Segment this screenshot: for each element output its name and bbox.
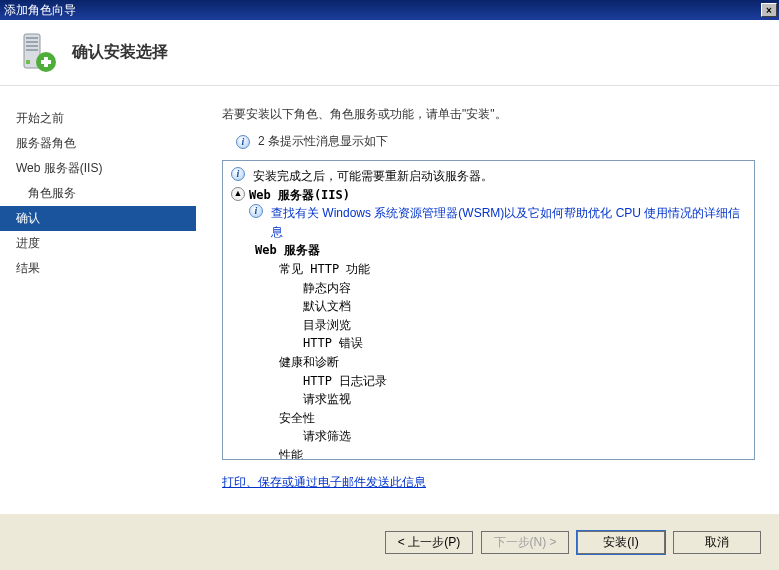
- nav-item-1[interactable]: 服务器角色: [0, 131, 196, 156]
- hint-text: 2 条提示性消息显示如下: [258, 133, 388, 150]
- previous-button[interactable]: < 上一步(P): [385, 531, 473, 554]
- close-button[interactable]: ×: [761, 3, 777, 17]
- wizard-footer: < 上一步(P) 下一步(N) > 安装(I) 取消: [0, 513, 779, 570]
- feature-item: 静态内容: [231, 279, 746, 298]
- next-button: 下一步(N) >: [481, 531, 569, 554]
- feature-item: 目录浏览: [231, 316, 746, 335]
- titlebar: 添加角色向导 ×: [0, 0, 779, 20]
- section-title: 安全性: [231, 409, 746, 428]
- nav-item-5[interactable]: 进度: [0, 231, 196, 256]
- info-icon: i: [236, 135, 250, 149]
- wizard-nav: 开始之前服务器角色Web 服务器(IIS)角色服务确认进度结果: [0, 86, 196, 513]
- svg-rect-4: [26, 49, 38, 51]
- section-title: 性能: [231, 446, 746, 460]
- hint-row: i 2 条提示性消息显示如下: [222, 133, 755, 150]
- nav-item-2[interactable]: Web 服务器(IIS): [0, 156, 196, 181]
- svg-rect-5: [26, 60, 30, 64]
- content-area: 若要安装以下角色、角色服务或功能，请单击"安装"。 i 2 条提示性消息显示如下…: [196, 86, 779, 513]
- install-button[interactable]: 安装(I): [577, 531, 665, 554]
- wizard-header: 确认安装选择: [0, 20, 779, 86]
- svg-rect-3: [26, 45, 38, 47]
- window-title: 添加角色向导: [4, 2, 76, 19]
- wsrm-row: i查找有关 Windows 系统资源管理器(WSRM)以及它如何帮助优化 CPU…: [231, 204, 746, 241]
- role-title: Web 服务器(IIS): [249, 186, 350, 205]
- info-icon: i: [249, 204, 263, 218]
- nav-item-6[interactable]: 结果: [0, 256, 196, 281]
- nav-item-3[interactable]: 角色服务: [0, 181, 196, 206]
- collapse-icon[interactable]: ▲: [231, 187, 245, 201]
- feature-item: HTTP 日志记录: [231, 372, 746, 391]
- svg-rect-8: [44, 57, 48, 67]
- server-role-icon: [16, 32, 58, 74]
- feature-item: HTTP 错误: [231, 334, 746, 353]
- export-link[interactable]: 打印、保存或通过电子邮件发送此信息: [222, 474, 755, 491]
- warning-row: i安装完成之后，可能需要重新启动该服务器。: [231, 167, 746, 186]
- section-title: 健康和诊断: [231, 353, 746, 372]
- svg-rect-2: [26, 41, 38, 43]
- info-icon: i: [231, 167, 245, 181]
- role-title-row: ▲Web 服务器(IIS): [231, 186, 746, 205]
- group-title: Web 服务器: [231, 241, 746, 260]
- nav-item-4[interactable]: 确认: [0, 206, 196, 231]
- svg-rect-1: [26, 37, 38, 39]
- nav-item-0[interactable]: 开始之前: [0, 106, 196, 131]
- feature-item: 请求筛选: [231, 427, 746, 446]
- intro-text: 若要安装以下角色、角色服务或功能，请单击"安装"。: [222, 106, 755, 123]
- wsrm-link[interactable]: 查找有关 Windows 系统资源管理器(WSRM)以及它如何帮助优化 CPU …: [271, 204, 746, 241]
- warning-text: 安装完成之后，可能需要重新启动该服务器。: [253, 167, 493, 186]
- feature-item: 请求监视: [231, 390, 746, 409]
- feature-item: 默认文档: [231, 297, 746, 316]
- cancel-button[interactable]: 取消: [673, 531, 761, 554]
- page-title: 确认安装选择: [72, 42, 168, 63]
- section-title: 常见 HTTP 功能: [231, 260, 746, 279]
- confirmation-tree[interactable]: i安装完成之后，可能需要重新启动该服务器。▲Web 服务器(IIS)i查找有关 …: [222, 160, 755, 460]
